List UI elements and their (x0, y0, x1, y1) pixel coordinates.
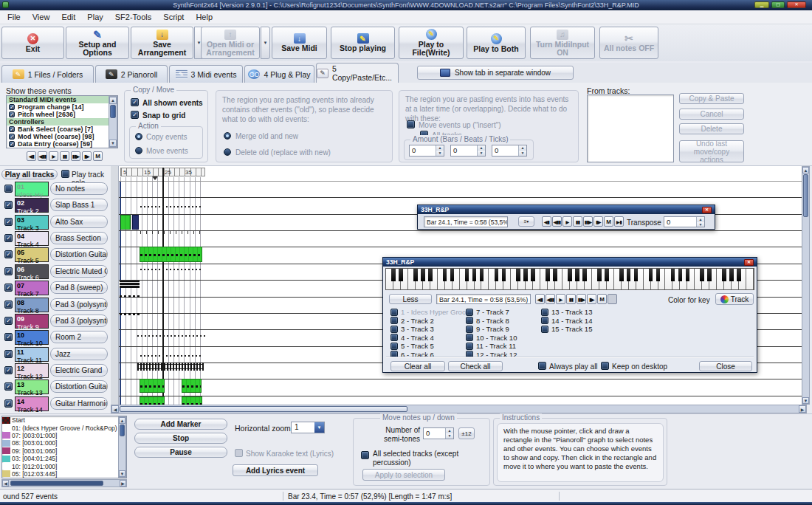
black-key[interactable] (568, 269, 572, 281)
track-color-block[interactable]: 14Track 14 (15, 396, 49, 411)
black-key[interactable] (671, 269, 675, 281)
playlist-item[interactable]: 01: (Idecs Hyper Groove / Rock&Pop) [00 (2, 424, 126, 431)
black-key[interactable] (495, 269, 499, 281)
track-enable-checkbox[interactable] (4, 399, 13, 408)
menu-edit[interactable]: Edit (55, 10, 81, 24)
check-all-button[interactable]: Check all (448, 361, 503, 371)
event-type-list[interactable]: Standard MIDI eventsProgram change [14]P… (6, 95, 118, 148)
keyboard-track-checkbox[interactable] (541, 317, 548, 324)
prev-bar-button[interactable]: ◀▮ (27, 151, 36, 161)
player-close-icon[interactable]: ✕ (702, 207, 712, 213)
track-color-block[interactable]: 13Track 13 (15, 379, 49, 394)
black-key[interactable] (722, 269, 726, 281)
menu-file[interactable]: File (1, 10, 27, 24)
play-button[interactable]: ▶ (562, 216, 572, 227)
player-options-combo[interactable]: ≡▾ (518, 216, 534, 227)
event-checkbox[interactable] (9, 126, 15, 132)
next-bar-button[interactable]: ▮▶ (587, 294, 596, 304)
turn-midiinput-on-button[interactable]: ♫Turn MidiInput ON (530, 27, 595, 59)
track-color-button[interactable]: Track (715, 293, 754, 305)
track-instrument-button[interactable]: Electric Grand (50, 364, 108, 377)
rewind-button[interactable]: ◀▮▮ (552, 216, 562, 227)
black-key[interactable] (516, 269, 520, 281)
pause-button[interactable]: Pause (134, 447, 227, 458)
play-button[interactable]: ▶ (556, 294, 565, 304)
marker-button[interactable]: M (93, 151, 103, 161)
playlist-item[interactable]: 05: [012:03:445] (2, 470, 126, 478)
black-key[interactable] (575, 269, 579, 281)
playlist-vscrollbar[interactable]: ▲ ▼ (118, 416, 126, 478)
keyboard-close-icon[interactable]: ✕ (744, 259, 754, 266)
all-notes-off-button[interactable]: ✂All notes OFF (599, 27, 658, 59)
to-end-button[interactable]: ▶▮ (614, 216, 624, 227)
play-to-file-write-button[interactable]: ✎Play to File(Write) (399, 27, 464, 59)
black-key[interactable] (700, 269, 704, 281)
event-checkbox[interactable] (9, 111, 15, 117)
event-list-item[interactable]: Mod Wheel (coarse) [98] (7, 133, 117, 140)
tab-2-pianoroll[interactable]: ✎2 Pianoroll (95, 65, 168, 83)
track-color-block[interactable]: 12Track 12 (15, 363, 49, 378)
track-instrument-button[interactable]: Brass Section (50, 232, 108, 244)
tab-5-copy-paste-etc[interactable]: ✎5 Copy/Paste/Etc... (316, 63, 399, 83)
keyboard-track-checkbox[interactable] (390, 317, 398, 324)
black-key[interactable] (502, 269, 506, 281)
merge-old-new-radio[interactable] (224, 132, 231, 140)
track-color-block[interactable]: 10Track 10 (15, 330, 49, 345)
keyboard-track-checkbox[interactable] (541, 326, 548, 333)
open-midi-or-arrangement-button[interactable]: ↑Open Midi or Arrangement (201, 27, 260, 59)
keyboard-track-checkbox[interactable] (466, 326, 473, 333)
tab-1-files-folders[interactable]: ✎1 Files / Folders (1, 65, 94, 83)
next-bar-button[interactable]: ▮▶ (82, 151, 92, 161)
tab-3-midi-events[interactable]: ✎3 Midi events (169, 65, 243, 83)
black-key[interactable] (399, 269, 403, 281)
track-enable-checkbox[interactable] (4, 267, 13, 275)
keyboard-window[interactable]: 33H_R&P ✕ Less Bar 24.1, Time = 0:58 (53… (382, 257, 757, 373)
event-checkbox[interactable] (9, 141, 15, 147)
maximize-button[interactable]: ▢ (771, 1, 785, 8)
copy-events-radio[interactable] (135, 133, 142, 140)
setup-and-options-button[interactable]: ✎Setup and Options (66, 27, 129, 59)
event-checkbox[interactable] (9, 134, 15, 140)
always-play-all-checkbox[interactable] (538, 362, 546, 370)
close-button[interactable]: ✕ (787, 1, 806, 8)
amount-spinner-0[interactable]: 0▲▼ (409, 145, 444, 157)
all-shown-events-checkbox[interactable] (131, 98, 139, 106)
black-key[interactable] (428, 269, 433, 281)
karaoke-checkbox[interactable] (235, 449, 243, 457)
fast-forward-button[interactable]: ▮▮▶ (577, 294, 586, 304)
less-button[interactable]: Less (389, 294, 432, 304)
player-window[interactable]: 33H_R&P ✕ Bar 24.1, Time = 0:58 (53,5%) … (417, 205, 715, 230)
menu-view[interactable]: View (27, 10, 56, 24)
track-instrument-button[interactable]: Room 2 (50, 331, 108, 343)
pianoroll-hscrollbar[interactable]: ◀ ▶ (111, 405, 807, 413)
pause-button[interactable]: ▮▮ (60, 151, 69, 161)
save-midi-button[interactable]: ↓Save Midi (272, 27, 327, 59)
black-key[interactable] (597, 269, 602, 281)
from-tracks-list[interactable] (587, 95, 674, 162)
playlist-item[interactable]: Start (2, 416, 126, 424)
fast-forward-button[interactable]: ▮▮▶ (583, 216, 593, 227)
track-color-block[interactable]: 02Track 2 (15, 198, 49, 213)
black-key[interactable] (729, 269, 734, 281)
event-list-item[interactable]: Data Entry (coarse) [59] (7, 140, 117, 148)
playlist-item[interactable]: 08: [003:01:000] (2, 439, 126, 447)
play-to-both-button[interactable]: ✎Play to Both (467, 27, 526, 59)
pause-button[interactable]: ▮▮ (573, 216, 582, 227)
event-list-item[interactable]: Program change [14] (7, 103, 117, 111)
playlist-item[interactable]: 07: [003:01:000] (2, 432, 126, 439)
track-color-block[interactable]: 06Track 6 (15, 264, 49, 279)
keyboard-track-checkbox[interactable] (466, 309, 473, 316)
prev-bar-button[interactable]: ◀▮ (535, 294, 545, 304)
delete-button[interactable]: Delete (679, 123, 744, 134)
track-instrument-button[interactable]: Alto Sax (50, 216, 108, 228)
track-color-block[interactable]: 08Track 8 (15, 298, 49, 312)
black-key[interactable] (678, 269, 683, 281)
player-window-titlebar[interactable]: 33H_R&P ✕ (418, 205, 715, 214)
all-selected-tracks-checkbox[interactable] (361, 451, 369, 459)
black-key[interactable] (546, 269, 550, 281)
track-instrument-button[interactable]: Distortion Guitar (50, 248, 108, 261)
amount-spinner-2[interactable]: 0▲▼ (492, 145, 527, 157)
marker-playlist[interactable]: Start01: (Idecs Hyper Groove / Rock&Pop)… (1, 416, 127, 478)
cancel-button[interactable]: Cancel (679, 109, 744, 120)
horizontal-zoom-combo[interactable]: 1 ▼ (291, 422, 325, 433)
